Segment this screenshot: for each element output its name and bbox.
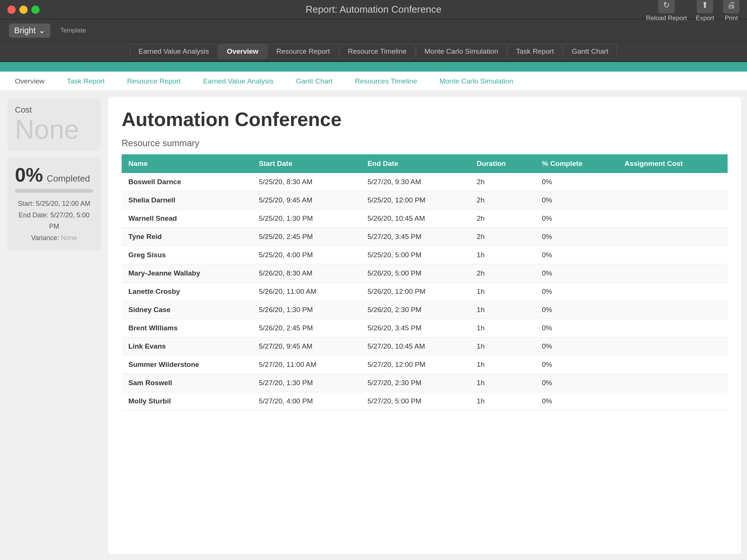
col-end-date: End Date (361, 154, 470, 173)
tab-resource-report[interactable]: Resource Report (268, 44, 339, 59)
cell-duration: 1h (470, 246, 535, 264)
cell-end: 5/26/20, 5:00 PM (361, 264, 470, 283)
tab-monte-carlo[interactable]: Monte Carlo Simulation (416, 44, 507, 59)
tab-task-report[interactable]: Task Report (507, 44, 562, 59)
nav-task-report[interactable]: Task Report (67, 77, 104, 85)
table-row: Greg Sisus5/25/20, 4:00 PM5/25/20, 5:00 … (122, 246, 728, 264)
cell-name: Greg Sisus (122, 246, 252, 264)
cell-pct: 0% (535, 301, 618, 319)
tab-gantt-chart[interactable]: Gantt Chart (563, 44, 617, 59)
cell-pct: 0% (535, 337, 618, 356)
cell-pct: 0% (535, 173, 618, 191)
cell-start: 5/25/20, 1:30 PM (252, 210, 361, 228)
cell-duration: 1h (470, 337, 535, 356)
tabbar: Earned Value Analysis Overview Resource … (0, 42, 747, 62)
cell-pct: 0% (535, 374, 618, 392)
cell-duration: 1h (470, 392, 535, 410)
col-start-date: Start Date (252, 154, 361, 173)
nav-earned-value-analysis[interactable]: Earned Value Analysis (203, 77, 274, 85)
cell-pct: 0% (535, 191, 618, 210)
table-row: Warnell Snead5/25/20, 1:30 PM5/26/20, 10… (122, 210, 728, 228)
cell-start: 5/27/20, 11:00 AM (252, 356, 361, 374)
reload-report-button[interactable]: ↻ Reload Report (646, 0, 687, 22)
maximize-button[interactable] (31, 6, 40, 14)
template-selector[interactable]: Bright ⌄ (9, 23, 50, 38)
tab-earned-value-analysis[interactable]: Earned Value Analysis (130, 44, 218, 59)
table-row: Molly Sturbil5/27/20, 4:00 PM5/27/20, 5:… (122, 392, 728, 410)
table-row: Sam Roswell5/27/20, 1:30 PM5/27/20, 2:30… (122, 374, 728, 392)
cell-start: 5/27/20, 1:30 PM (252, 374, 361, 392)
cell-start: 5/26/20, 11:00 AM (252, 283, 361, 301)
cell-cost (618, 246, 728, 264)
cell-pct: 0% (535, 319, 618, 337)
cell-duration: 1h (470, 319, 535, 337)
cell-start: 5/26/20, 1:30 PM (252, 301, 361, 319)
template-label: Template (60, 27, 86, 34)
cell-name: Lanette Crosby (122, 283, 252, 301)
cell-start: 5/26/20, 8:30 AM (252, 264, 361, 283)
cell-end: 5/26/20, 3:45 PM (361, 319, 470, 337)
cell-name: Sam Roswell (122, 374, 252, 392)
nav-resource-report[interactable]: Resource Report (127, 77, 181, 85)
start-value: 5/25/20, 12:00 AM (36, 200, 90, 207)
table-header-row: Name Start Date End Date Duration % Comp… (122, 154, 728, 173)
cell-pct: 0% (535, 210, 618, 228)
export-icon: ⬆ (697, 0, 713, 13)
cell-cost (618, 173, 728, 191)
cell-end: 5/27/20, 12:00 PM (361, 356, 470, 374)
close-button[interactable] (7, 6, 16, 14)
cell-cost (618, 301, 728, 319)
cell-duration: 1h (470, 374, 535, 392)
end-label: End Date: (19, 211, 49, 219)
print-button[interactable]: 🖨 Print (723, 0, 740, 22)
traffic-lights (7, 6, 40, 14)
report-title: Automation Conference (122, 108, 728, 130)
export-label: Export (696, 15, 714, 22)
col-pct-complete: % Complete (535, 154, 618, 173)
variance-label: Variance: (31, 234, 59, 242)
reload-label: Reload Report (646, 15, 687, 22)
secondary-nav: Overview Task Report Resource Report Ear… (0, 72, 747, 91)
cell-pct: 0% (535, 228, 618, 246)
tab-overview[interactable]: Overview (218, 44, 267, 59)
template-value: Bright (14, 26, 35, 35)
cell-start: 5/26/20, 2:45 PM (252, 319, 361, 337)
cell-start: 5/25/20, 9:45 AM (252, 191, 361, 210)
resource-table: Name Start Date End Date Duration % Comp… (122, 154, 728, 410)
cell-start: 5/27/20, 4:00 PM (252, 392, 361, 410)
cell-duration: 2h (470, 191, 535, 210)
cell-duration: 1h (470, 356, 535, 374)
cell-end: 5/26/20, 2:30 PM (361, 301, 470, 319)
accent-bar (0, 62, 747, 72)
cell-name: Boswell Darnce (122, 173, 252, 191)
completed-pct: 0% (15, 164, 43, 186)
table-row: Lanette Crosby5/26/20, 11:00 AM5/26/20, … (122, 283, 728, 301)
cell-duration: 2h (470, 173, 535, 191)
report-area: Automation Conference Resource summary N… (108, 97, 741, 554)
window-title: Report: Automation Conference (306, 4, 441, 15)
nav-gantt-chart[interactable]: Gantt Chart (296, 77, 332, 85)
cell-cost (618, 337, 728, 356)
cell-cost (618, 374, 728, 392)
toolbar: Bright ⌄ Template (0, 19, 747, 42)
nav-overview[interactable]: Overview (15, 77, 44, 85)
col-assignment-cost: Assignment Cost (618, 154, 728, 173)
table-row: Summer Wilderstone5/27/20, 11:00 AM5/27/… (122, 356, 728, 374)
cell-duration: 2h (470, 264, 535, 283)
cost-card: Cost None (7, 98, 101, 151)
cell-name: Sidney Case (122, 301, 252, 319)
nav-resources-timeline[interactable]: Resources Timeline (355, 77, 417, 85)
cost-value: None (15, 115, 93, 144)
minimize-button[interactable] (19, 6, 28, 14)
export-button[interactable]: ⬆ Export (696, 0, 714, 22)
tab-resource-timeline[interactable]: Resource Timeline (339, 44, 415, 59)
completion-card: 0% Completed Start: 5/25/20, 12:00 AM En… (7, 157, 101, 250)
reload-icon: ↻ (658, 0, 675, 13)
cell-name: Tyne Reid (122, 228, 252, 246)
cell-name: Brent WIlliams (122, 319, 252, 337)
cell-cost (618, 356, 728, 374)
cell-cost (618, 283, 728, 301)
nav-monte-carlo[interactable]: Monte Carlo Simulation (440, 77, 513, 85)
cell-name: Summer Wilderstone (122, 356, 252, 374)
cost-label: Cost (15, 105, 93, 115)
